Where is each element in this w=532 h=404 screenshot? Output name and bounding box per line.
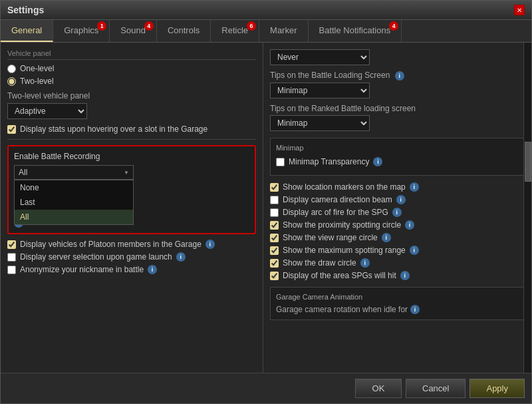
draw-circle-row: Show the draw circle i	[270, 258, 525, 268]
dropdown-option-none[interactable]: None	[15, 180, 133, 195]
graphics-badge: 1	[97, 21, 106, 31]
proximity-checkbox[interactable]	[270, 221, 279, 230]
info-icon-minimap[interactable]: i	[373, 157, 382, 166]
tab-marker[interactable]: Marker	[259, 20, 308, 42]
tab-battle-notifications[interactable]: Battle Notifications 4	[309, 20, 402, 42]
max-spotting-checkbox[interactable]	[270, 246, 279, 255]
spg-area-row: Display of the area SPGs will hit i	[270, 271, 525, 280]
show-location-row: Show location markers on the map i	[270, 182, 525, 192]
display-platoon-row: Display vehicles of Platoon members in t…	[7, 240, 256, 249]
two-level-field: Two-level vehicle panel Adaptive	[7, 91, 256, 119]
minimap-section: Minimap Minimap Transparency i	[270, 138, 525, 176]
minimap-select-2[interactable]: Minimap	[270, 115, 370, 131]
right-panel: Never ▼ Tips on the Battle Loading Scree…	[263, 43, 531, 373]
map-checkboxes: Show location markers on the map i Displ…	[270, 182, 525, 280]
radio-one-level: One-level	[7, 64, 256, 73]
spg-area-checkbox[interactable]	[270, 272, 279, 280]
display-stats-checkbox[interactable]	[7, 125, 16, 134]
info-icon-spotting[interactable]: i	[410, 246, 419, 255]
dropdown-header[interactable]: All ▼	[14, 165, 134, 180]
info-icon-camera[interactable]: i	[396, 195, 406, 204]
max-spotting-row: Show the maximum spotting range i	[270, 246, 525, 255]
apply-button[interactable]: Apply	[469, 379, 525, 398]
scrollbar-thumb[interactable]	[525, 142, 531, 182]
reticle-badge: 6	[247, 21, 256, 31]
content-area: Vehicle panel One-level Two-level Two-le…	[1, 43, 531, 373]
radio-one-level-input[interactable]	[7, 65, 16, 73]
info-icon-garage[interactable]: i	[410, 305, 420, 314]
show-location-checkbox[interactable]	[270, 183, 279, 192]
left-panel: Vehicle panel One-level Two-level Two-le…	[1, 43, 263, 373]
display-server-checkbox[interactable]	[7, 253, 16, 262]
info-icon-platoon[interactable]: i	[205, 240, 215, 249]
radio-two-level-input[interactable]	[7, 77, 16, 86]
sound-badge: 4	[144, 21, 154, 31]
display-server-row: Display server selection upon game launc…	[7, 252, 256, 262]
vehicle-panel-radio-group: One-level Two-level	[7, 64, 256, 86]
camera-direction-row: Display camera direction beam i	[270, 195, 525, 204]
tab-bar: General Graphics 1 Sound 4 Controls Reti…	[1, 20, 531, 43]
info-icon-draw[interactable]: i	[360, 258, 370, 268]
tab-graphics[interactable]: Graphics 1	[53, 20, 110, 42]
view-range-checkbox[interactable]	[270, 234, 279, 242]
tips-battle-group: Tips on the Battle Loading Screen i Mini…	[270, 71, 525, 99]
tab-sound[interactable]: Sound 4	[110, 20, 157, 42]
minimap-section-title: Minimap	[276, 144, 519, 152]
settings-window: Settings ✕ General Graphics 1 Sound 4 Co…	[0, 0, 532, 404]
chevron-down-icon: ▼	[124, 170, 129, 176]
ok-button[interactable]: OK	[355, 379, 402, 398]
info-icon-tips-battle[interactable]: i	[395, 71, 404, 81]
battle-recording-dropdown[interactable]: All ▼ None Last All	[14, 165, 134, 180]
dropdown-option-last[interactable]: Last	[15, 195, 133, 210]
vehicle-panel-label: Vehicle panel	[7, 49, 256, 60]
tips-ranked-label: Tips on the Ranked Battle loading screen	[270, 104, 525, 113]
info-icon-location[interactable]: i	[410, 182, 419, 192]
tips-battle-label: Tips on the Battle Loading Screen i	[270, 71, 525, 81]
arc-fire-checkbox[interactable]	[270, 208, 279, 217]
separator-1	[7, 139, 256, 140]
tips-ranked-group: Tips on the Ranked Battle loading screen…	[270, 104, 525, 131]
two-level-label: Two-level vehicle panel	[7, 91, 256, 101]
tab-reticle[interactable]: Reticle 6	[211, 20, 259, 42]
minimap-select-1[interactable]: Minimap	[270, 83, 370, 99]
tab-controls[interactable]: Controls	[157, 20, 211, 42]
minimap-transparency-row: Minimap Transparency i	[276, 157, 519, 166]
right-scrollbar[interactable]	[523, 43, 531, 373]
dropdown-option-all[interactable]: All	[15, 210, 133, 224]
garage-camera-row: Garage camera rotation when idle for i	[276, 305, 519, 314]
info-icon-arc[interactable]: i	[392, 208, 402, 217]
proximity-row: Show the proximity spotting circle i	[270, 220, 525, 230]
view-range-row: Show the view range circle i	[270, 233, 525, 242]
bottom-bar: OK Cancel Apply	[1, 373, 531, 403]
minimap-transparency-checkbox[interactable]	[276, 158, 285, 166]
draw-circle-checkbox[interactable]	[270, 259, 279, 268]
title-bar: Settings ✕	[1, 1, 531, 20]
never-select[interactable]: Never	[270, 49, 370, 65]
close-button[interactable]: ✕	[514, 5, 525, 15]
display-platoon-checkbox[interactable]	[7, 240, 16, 249]
info-icon-spg[interactable]: i	[400, 271, 410, 280]
anonymize-checkbox[interactable]	[7, 266, 16, 274]
adaptive-select[interactable]: Adaptive	[7, 103, 87, 119]
garage-section-title: Garage Camera Animation	[276, 293, 519, 301]
info-icon-proximity[interactable]: i	[405, 220, 414, 230]
arc-fire-row: Display arc of fire for the SPG i	[270, 208, 525, 217]
battle-recording-label: Enable Battle Recording	[14, 152, 249, 161]
cancel-button[interactable]: Cancel	[406, 379, 466, 398]
camera-direction-checkbox[interactable]	[270, 196, 279, 204]
never-row: Never ▼	[270, 49, 525, 65]
anonymize-row: Anonymize your nickname in battle i	[7, 265, 256, 274]
radio-two-level: Two-level	[7, 77, 256, 86]
battle-notifications-badge: 4	[389, 21, 398, 31]
info-icon-view[interactable]: i	[382, 233, 391, 242]
window-title: Settings	[7, 5, 44, 15]
info-icon-anon[interactable]: i	[148, 265, 157, 274]
dropdown-list: None Last All	[14, 180, 134, 225]
display-stats-row: Display stats upon hovering over a slot …	[7, 124, 256, 134]
battle-recording-box: Enable Battle Recording All ▼ None Last …	[7, 145, 256, 234]
info-icon-server[interactable]: i	[176, 252, 186, 262]
garage-camera-label: Garage camera rotation when idle for	[276, 305, 408, 314]
tab-general[interactable]: General	[1, 20, 53, 42]
garage-section: Garage Camera Animation Garage camera ro…	[270, 287, 525, 320]
